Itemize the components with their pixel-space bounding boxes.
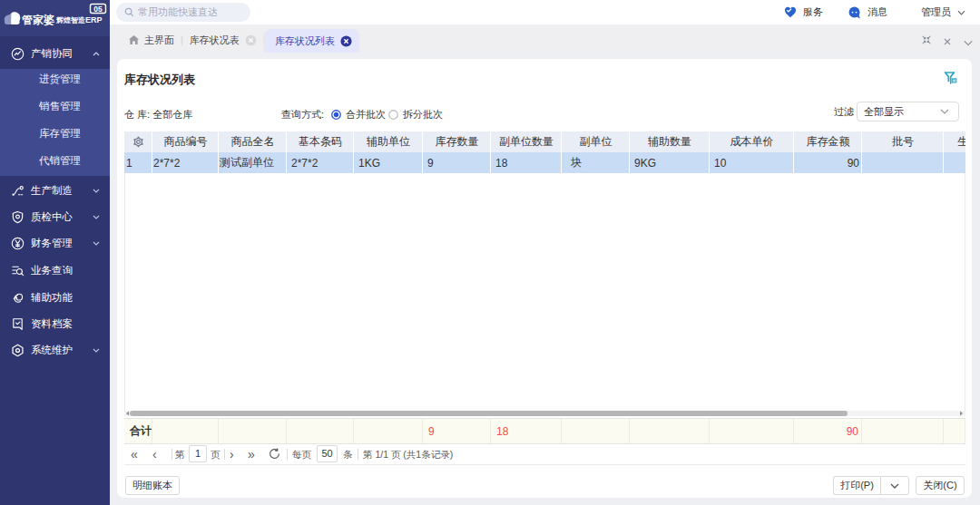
- svg-text:05: 05: [93, 5, 103, 14]
